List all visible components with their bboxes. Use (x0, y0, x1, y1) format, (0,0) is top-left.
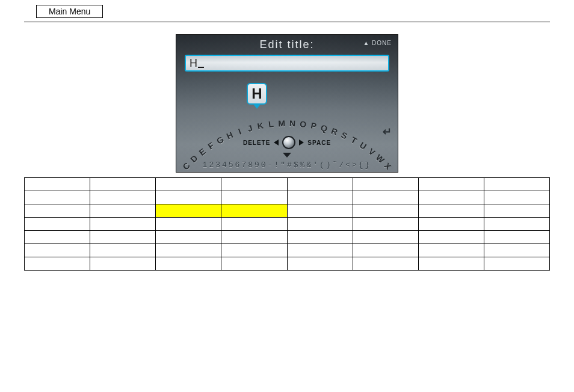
table-cell (484, 231, 549, 244)
table-cell (484, 191, 549, 204)
horizontal-rule (24, 22, 550, 22)
table-cell (484, 204, 549, 218)
table-header (287, 178, 353, 191)
table-cell (90, 204, 156, 218)
table-header (484, 178, 549, 191)
table-cell (90, 191, 156, 204)
table-cell (156, 191, 221, 204)
table-cell (221, 218, 287, 231)
enter-icon[interactable]: ↵ (383, 125, 392, 138)
arc-letter[interactable]: J (247, 123, 254, 133)
table-cell (287, 257, 353, 271)
table-cell (287, 218, 353, 231)
table-header (353, 178, 418, 191)
table-cell (353, 218, 418, 231)
arc-letter[interactable]: L (268, 119, 274, 129)
arc-letter[interactable]: I (237, 127, 242, 136)
character-arc[interactable]: ABCDEFGHIJKLMNOPQRSTUVWXYZ (176, 92, 398, 170)
table-cell (221, 244, 287, 257)
table-cell (221, 231, 287, 244)
delete-label[interactable]: DELETE (243, 139, 270, 146)
arc-letter[interactable]: Q (319, 123, 329, 133)
arc-letter[interactable]: K (256, 120, 264, 131)
table-cell (25, 244, 90, 257)
table-cell (484, 218, 549, 231)
table-cell (418, 231, 484, 244)
table-cell (25, 231, 90, 244)
space-label[interactable]: SPACE (307, 139, 331, 146)
table-cell (25, 257, 90, 271)
arc-letter[interactable]: P (310, 121, 317, 131)
table-cell (287, 244, 353, 257)
table-row (25, 244, 550, 257)
table-cell (90, 244, 156, 257)
table-header (90, 178, 156, 191)
table-cell (25, 204, 90, 218)
table-cell (353, 231, 418, 244)
table-cell (418, 257, 484, 271)
table-cell (156, 204, 221, 218)
main-menu-button[interactable]: Main Menu (36, 5, 103, 18)
left-triangle-icon (274, 139, 279, 145)
table-cell (353, 204, 418, 218)
table-cell (156, 244, 221, 257)
table-cell (484, 257, 549, 271)
down-triangle-icon (283, 153, 291, 158)
table-cell (418, 191, 484, 204)
table-cell (353, 191, 418, 204)
table-cell (418, 218, 484, 231)
arc-letter[interactable]: N (289, 118, 296, 128)
table-cell (156, 257, 221, 271)
table-cell (25, 218, 90, 231)
table-row (25, 191, 550, 204)
table-cell (221, 191, 287, 204)
arc-letter[interactable]: M (278, 118, 285, 128)
table-header (25, 178, 90, 191)
table-cell (353, 244, 418, 257)
right-triangle-icon (299, 139, 304, 145)
table-cell (418, 244, 484, 257)
table-cell (484, 244, 549, 257)
table-header (156, 178, 221, 191)
table-header (418, 178, 484, 191)
table-row (25, 231, 550, 244)
table-cell (90, 257, 156, 271)
table-row (25, 218, 550, 231)
table-cell (25, 191, 90, 204)
table-cell (156, 218, 221, 231)
table-cell (90, 231, 156, 244)
rotary-knob-icon[interactable] (282, 136, 295, 149)
table-cell (221, 204, 287, 218)
table-header (221, 178, 287, 191)
device-screenshot: Edit title: ▲ DONE H H ABCDEFGHIJKLMNOPQ… (176, 34, 398, 173)
table-cell (287, 231, 353, 244)
table-cell (156, 231, 221, 244)
data-table (24, 177, 550, 271)
arc-letter[interactable]: O (299, 119, 307, 129)
table-cell (287, 191, 353, 204)
table-row (25, 204, 550, 218)
table-cell (287, 204, 353, 218)
table-cell (353, 257, 418, 271)
table-row (25, 257, 550, 271)
table-cell (90, 218, 156, 231)
table-cell (221, 257, 287, 271)
symbols-row[interactable]: 1234567890-!"#$%&'()˜/<>{} (176, 161, 398, 170)
table-cell (418, 204, 484, 218)
